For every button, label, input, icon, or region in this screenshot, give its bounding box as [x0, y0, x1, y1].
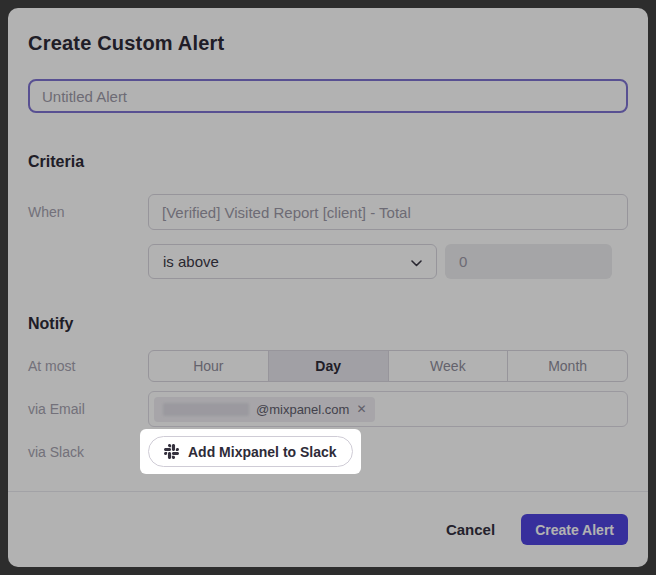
create-alert-button[interactable]: Create Alert	[521, 514, 628, 545]
segment-day[interactable]: Day	[268, 351, 388, 381]
slack-icon	[164, 444, 179, 459]
notify-heading: Notify	[28, 313, 628, 335]
add-mixpanel-to-slack-button[interactable]: Add Mixpanel to Slack	[148, 436, 353, 467]
email-domain: @mixpanel.com	[256, 402, 349, 417]
modal-footer: Cancel Create Alert	[8, 491, 648, 567]
segment-hour[interactable]: Hour	[149, 351, 268, 381]
slack-row: via Slack	[28, 429, 628, 474]
frequency-label: At most	[28, 358, 148, 374]
remove-email-icon[interactable]: ✕	[356, 403, 366, 415]
frequency-row: At most Hour Day Week Month	[28, 350, 628, 382]
alert-name-input[interactable]	[28, 79, 628, 113]
criteria-heading: Criteria	[28, 151, 628, 173]
frequency-segmented-control: Hour Day Week Month	[148, 350, 628, 382]
metric-input[interactable]	[148, 194, 628, 230]
slack-button-label: Add Mixpanel to Slack	[188, 444, 337, 460]
segment-month[interactable]: Month	[507, 351, 627, 381]
slack-label: via Slack	[28, 444, 148, 460]
segment-week[interactable]: Week	[388, 351, 508, 381]
email-recipients-field[interactable]: @mixpanel.com ✕	[148, 391, 628, 427]
email-label: via Email	[28, 401, 148, 417]
condition-select[interactable]: is above	[148, 244, 437, 279]
redacted-email-user	[163, 403, 249, 416]
condition-selected-value: is above	[163, 253, 411, 270]
tutorial-spotlight: Add Mixpanel to Slack	[140, 429, 361, 474]
chevron-down-icon	[411, 253, 422, 270]
email-row: via Email @mixpanel.com ✕	[28, 391, 628, 427]
email-chip: @mixpanel.com ✕	[154, 397, 375, 422]
create-custom-alert-modal: Create Custom Alert Criteria When is abo…	[8, 8, 648, 567]
cancel-button[interactable]: Cancel	[446, 521, 495, 538]
threshold-input[interactable]	[445, 244, 612, 279]
when-row: When	[28, 194, 628, 230]
condition-row: is above	[28, 244, 628, 279]
when-label: When	[28, 204, 148, 220]
modal-title: Create Custom Alert	[28, 30, 628, 56]
